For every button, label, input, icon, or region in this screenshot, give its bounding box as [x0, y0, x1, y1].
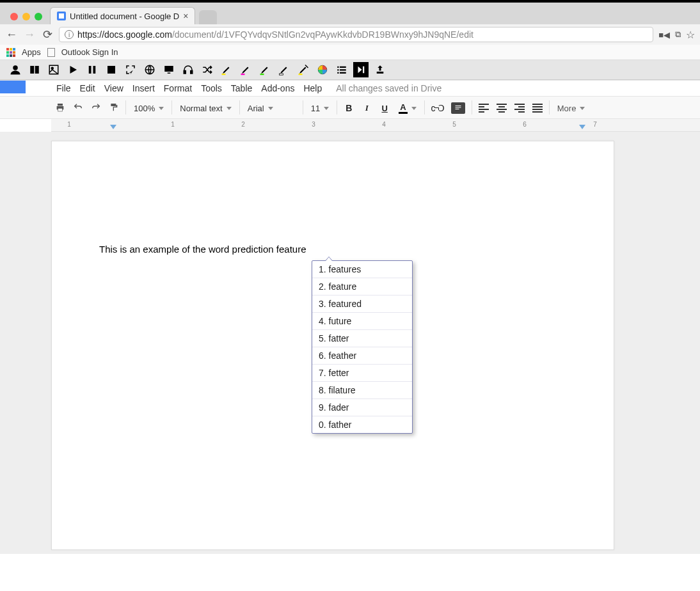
bookmark-star-icon[interactable]: ☆	[686, 29, 695, 41]
close-window-icon[interactable]	[10, 13, 18, 20]
highlighter-white-icon[interactable]	[276, 62, 292, 77]
font-family-select[interactable]: Arial	[243, 97, 300, 120]
ruler[interactable]: 1 1 2 3 4 5 6 7	[51, 119, 700, 132]
forward-button[interactable]: →	[23, 28, 36, 42]
upload-icon[interactable]	[372, 62, 388, 77]
svg-rect-17	[337, 67, 338, 68]
chevron-down-icon	[159, 107, 164, 110]
headset-icon[interactable]	[180, 62, 196, 77]
prediction-item[interactable]: 2. feature	[312, 278, 412, 296]
maximize-window-icon[interactable]	[35, 13, 42, 20]
align-justify-button[interactable]	[529, 97, 546, 120]
menu-format[interactable]: Format	[164, 83, 192, 93]
prediction-item[interactable]: 3. featured	[312, 296, 412, 313]
list-icon[interactable]	[334, 62, 349, 77]
monitor-icon[interactable]	[161, 62, 177, 77]
skip-next-icon[interactable]	[353, 62, 369, 77]
book-icon[interactable]	[27, 62, 42, 77]
menu-help[interactable]: Help	[303, 83, 322, 93]
svg-rect-23	[363, 67, 364, 74]
bookmarks-bar: Apps Outlook Sign In	[0, 45, 700, 60]
present-icon[interactable]: ⧉	[675, 29, 681, 40]
ruler-mark: 1	[67, 121, 71, 128]
prediction-item[interactable]: 1. features	[312, 261, 412, 278]
bold-button[interactable]: B	[340, 97, 358, 120]
tab-close-icon[interactable]: ×	[183, 11, 188, 21]
apps-label[interactable]: Apps	[22, 47, 41, 57]
document-page[interactable]: This is an example of the word predictio…	[51, 141, 614, 550]
cursor-select-icon[interactable]	[123, 62, 138, 77]
stop-icon[interactable]	[104, 62, 119, 77]
color-wheel-icon[interactable]	[315, 62, 330, 77]
highlighter-magenta-icon[interactable]	[238, 62, 253, 77]
italic-button[interactable]: I	[358, 97, 376, 120]
svg-rect-13	[260, 74, 264, 75]
erase-highlight-icon[interactable]	[296, 62, 311, 77]
text-color-button[interactable]: A	[394, 97, 421, 120]
font-size-select[interactable]: 11	[306, 97, 334, 120]
word-prediction-popup: 1. features 2. feature 3. featured 4. fu…	[312, 260, 413, 434]
pause-icon[interactable]	[84, 62, 100, 77]
highlighter-yellow-icon[interactable]	[219, 62, 234, 77]
print-button[interactable]	[51, 96, 69, 119]
profile-icon[interactable]	[8, 62, 23, 77]
prediction-item[interactable]: 5. fatter	[312, 330, 412, 347]
ruler-mark: 4	[382, 121, 386, 128]
menu-edit[interactable]: Edit	[80, 83, 95, 93]
svg-rect-3	[89, 66, 91, 74]
menu-view[interactable]: View	[104, 83, 123, 93]
apps-grid-icon[interactable]	[6, 48, 15, 57]
prediction-item[interactable]: 7. fetter	[312, 365, 412, 382]
browser-tab[interactable]: Untitled document - Google D ×	[50, 7, 195, 24]
font-value: Arial	[248, 104, 264, 113]
video-icon[interactable]: ■◀	[658, 30, 670, 40]
chevron-down-icon	[268, 107, 273, 110]
page-icon	[47, 48, 55, 57]
paint-format-button[interactable]	[105, 96, 123, 119]
chevron-down-icon	[580, 107, 585, 110]
paragraph-style-select[interactable]: Normal text	[175, 97, 236, 120]
align-left-button[interactable]	[475, 97, 493, 120]
svg-rect-20	[340, 69, 346, 70]
indent-marker-icon[interactable]	[110, 125, 116, 129]
svg-rect-9	[184, 71, 186, 74]
browser-chrome: Untitled document - Google D × ← → ⟳ i h…	[0, 3, 700, 80]
align-right-button[interactable]	[511, 97, 529, 120]
docs-app: File Edit View Insert Format Tools Table…	[0, 80, 700, 554]
underline-button[interactable]: U	[376, 97, 394, 120]
minimize-window-icon[interactable]	[22, 13, 30, 20]
svg-rect-24	[377, 72, 384, 74]
menu-tools[interactable]: Tools	[201, 83, 222, 93]
more-toolbar-button[interactable]: More	[552, 97, 591, 120]
highlighter-green-icon[interactable]	[257, 62, 273, 77]
align-center-button[interactable]	[493, 97, 511, 120]
address-bar[interactable]: i https://docs.google.com/document/d/1VF…	[59, 27, 653, 42]
size-value: 11	[311, 104, 320, 113]
menu-insert[interactable]: Insert	[132, 83, 155, 93]
undo-button[interactable]	[69, 96, 87, 119]
new-tab-button[interactable]	[199, 10, 217, 24]
reload-button[interactable]: ⟳	[41, 28, 54, 42]
prediction-item[interactable]: 9. fader	[312, 399, 412, 416]
prediction-item[interactable]: 4. future	[312, 313, 412, 330]
add-comment-button[interactable]	[447, 97, 469, 120]
zoom-select[interactable]: 100%	[129, 97, 169, 120]
globe-icon[interactable]	[142, 62, 157, 77]
document-text[interactable]: This is an example of the word predictio…	[99, 244, 306, 255]
site-info-icon[interactable]: i	[65, 30, 74, 39]
image-icon[interactable]	[46, 62, 61, 77]
bookmark-outlook[interactable]: Outlook Sign In	[61, 47, 118, 57]
prediction-item[interactable]: 8. filature	[312, 382, 412, 399]
play-icon[interactable]	[65, 62, 81, 77]
url-path: /document/d/1VFQYvdqvSNtlGn2vqPAywKkdvbD…	[172, 29, 473, 40]
prediction-item[interactable]: 6. feather	[312, 347, 412, 365]
right-indent-marker-icon[interactable]	[579, 125, 585, 129]
insert-link-button[interactable]: c¬Ɔ	[427, 97, 447, 120]
menu-file[interactable]: File	[56, 83, 71, 93]
menu-addons[interactable]: Add-ons	[261, 83, 294, 93]
menu-table[interactable]: Table	[231, 83, 252, 93]
back-button[interactable]: ←	[5, 28, 18, 42]
prediction-item[interactable]: 0. father	[312, 416, 412, 433]
shuffle-icon[interactable]	[200, 62, 215, 77]
redo-button[interactable]	[87, 96, 105, 119]
